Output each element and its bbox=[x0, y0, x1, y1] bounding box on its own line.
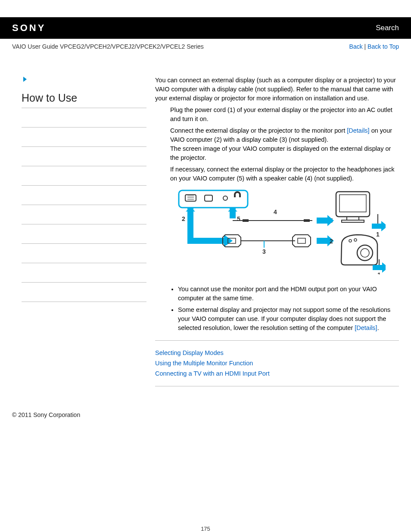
step-2: Connect the external display or the proj… bbox=[170, 126, 399, 162]
back-link[interactable]: Back bbox=[349, 43, 363, 50]
related-link-3[interactable]: Connecting a TV with an HDMI Input Port bbox=[155, 369, 399, 378]
header-bar: SONY Search bbox=[0, 17, 411, 39]
step-2-text-a: Connect the external display or the proj… bbox=[170, 127, 347, 134]
diagram-label-5: 5 bbox=[237, 215, 240, 222]
main-content: You can connect an external display (suc… bbox=[155, 76, 399, 394]
step-3: If necessary, connect the external displ… bbox=[170, 165, 399, 183]
step-1: Plug the power cord (1) of your external… bbox=[170, 106, 399, 124]
diagram-label-3: 3 bbox=[262, 248, 266, 255]
svg-rect-15 bbox=[339, 195, 366, 212]
svg-marker-18 bbox=[317, 215, 334, 226]
copyright: © 2011 Sony Corporation bbox=[0, 394, 411, 418]
svg-marker-23 bbox=[224, 235, 233, 247]
separator: | bbox=[364, 43, 368, 50]
svg-point-32 bbox=[354, 239, 357, 241]
svg-rect-12 bbox=[243, 219, 249, 222]
sidebar-item[interactable] bbox=[22, 186, 146, 205]
search-link[interactable]: Search bbox=[376, 24, 399, 32]
sidebar-item[interactable] bbox=[22, 205, 146, 224]
sidebar-heading: How to Use bbox=[22, 92, 146, 104]
sidebar-item[interactable] bbox=[22, 166, 146, 186]
related-link-2[interactable]: Using the Multiple Monitor Function bbox=[155, 359, 399, 368]
step-1-text: Plug the power cord (1) of your external… bbox=[170, 106, 392, 122]
related-link-1[interactable]: Selecting Display Modes bbox=[155, 348, 399, 358]
diagram-label-1a: 1 bbox=[376, 231, 380, 238]
note-1-text: You cannot use the monitor port and the … bbox=[178, 286, 377, 302]
svg-rect-17 bbox=[342, 220, 364, 222]
divider bbox=[155, 340, 399, 341]
svg-point-6 bbox=[223, 196, 227, 200]
diagram-label-1b: 1 bbox=[377, 271, 381, 274]
svg-rect-14 bbox=[336, 192, 370, 217]
diagram-label-2b: 2 bbox=[330, 238, 333, 245]
back-to-top-link[interactable]: Back to Top bbox=[367, 43, 399, 50]
svg-point-31 bbox=[349, 240, 352, 242]
svg-rect-26 bbox=[298, 238, 305, 243]
sidebar-item[interactable] bbox=[22, 263, 146, 283]
svg-point-30 bbox=[361, 249, 369, 257]
intro-paragraph: You can connect an external display (suc… bbox=[155, 76, 399, 103]
sub-header: VAIO User Guide VPCEG2/VPCEH2/VPCEJ2/VPC… bbox=[0, 39, 411, 54]
sidebar-item[interactable] bbox=[22, 147, 146, 166]
svg-rect-13 bbox=[304, 219, 310, 222]
details-link[interactable]: [Details] bbox=[347, 127, 369, 134]
chevron-right-icon bbox=[22, 76, 28, 83]
sidebar: How to Use bbox=[22, 76, 146, 394]
step-2-subtext: The screen image of your VAIO computer i… bbox=[170, 144, 399, 162]
sidebar-item[interactable] bbox=[22, 108, 146, 128]
diagram-label-4: 4 bbox=[274, 208, 277, 215]
page-number: 175 bbox=[0, 526, 411, 532]
svg-rect-5 bbox=[205, 195, 212, 201]
note-2-text-b: . bbox=[377, 324, 379, 331]
related-links: Selecting Display Modes Using the Multip… bbox=[155, 348, 399, 378]
sidebar-item[interactable] bbox=[22, 224, 146, 244]
divider bbox=[155, 386, 399, 386]
sidebar-item[interactable] bbox=[22, 244, 146, 263]
guide-title: VAIO User Guide VPCEG2/VPCEH2/VPCEJ2/VPC… bbox=[12, 43, 204, 50]
note-2: Some external display and projector may … bbox=[178, 305, 399, 333]
svg-point-29 bbox=[357, 245, 373, 261]
diagram-label-2: 2 bbox=[182, 215, 185, 222]
sidebar-item[interactable] bbox=[22, 283, 146, 302]
details-link-2[interactable]: [Details] bbox=[355, 324, 377, 331]
note-1: You cannot use the monitor port and the … bbox=[178, 285, 399, 303]
notes-section: You cannot use the monitor port and the … bbox=[170, 285, 399, 333]
top-links: Back | Back to Top bbox=[349, 43, 399, 50]
connection-diagram: 2 5 4 5 bbox=[170, 188, 399, 277]
sony-logo: SONY bbox=[12, 22, 46, 34]
step-3-text: If necessary, connect the external displ… bbox=[170, 166, 394, 182]
svg-rect-22 bbox=[187, 238, 226, 244]
svg-marker-20 bbox=[372, 221, 386, 231]
sidebar-item[interactable] bbox=[22, 128, 146, 147]
